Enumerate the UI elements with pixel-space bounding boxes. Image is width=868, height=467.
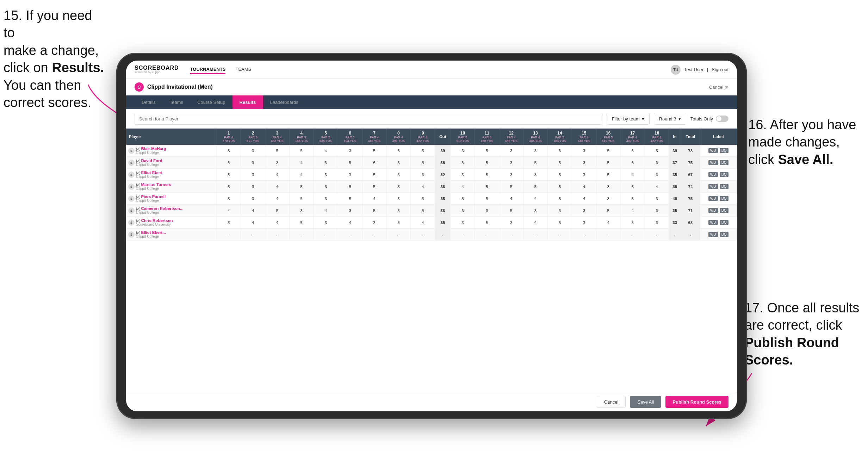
player-cell[interactable]: S (A)Chris Robertson Scoreboard Universi… — [126, 217, 217, 229]
toggle-switch[interactable] — [716, 116, 728, 122]
hole-12-score[interactable]: 3 — [499, 145, 523, 157]
wd-button[interactable]: WD — [708, 220, 718, 225]
wd-button[interactable]: WD — [708, 232, 718, 237]
hole-16-score[interactable]: 5 — [596, 157, 620, 169]
hole-18-score[interactable]: 6 — [645, 169, 669, 181]
hole-6-score[interactable]: 3 — [338, 145, 362, 157]
hole-6-score[interactable]: 5 — [338, 157, 362, 169]
hole-11-score[interactable]: 5 — [475, 181, 499, 193]
hole-17-score[interactable]: 5 — [620, 193, 645, 205]
hole-4-score[interactable]: 5 — [289, 145, 314, 157]
hole-10-score[interactable]: - — [451, 229, 475, 241]
wd-button[interactable]: WD — [708, 196, 718, 201]
hole-4-score[interactable]: 4 — [289, 157, 314, 169]
hole-14-score[interactable]: 5 — [548, 193, 572, 205]
hole-2-score[interactable]: 3 — [241, 157, 265, 169]
hole-18-score[interactable]: 3 — [645, 205, 669, 217]
hole-2-score[interactable]: - — [241, 229, 265, 241]
hole-9-score[interactable]: 5 — [411, 205, 435, 217]
hole-15-score[interactable]: 3 — [572, 205, 596, 217]
hole-14-score[interactable]: 6 — [548, 145, 572, 157]
hole-1-score[interactable]: 4 — [217, 205, 241, 217]
player-cell[interactable]: S (A)Piers Parnell Clippd College — [126, 193, 217, 205]
hole-5-score[interactable]: 4 — [314, 205, 338, 217]
hole-15-score[interactable]: 3 — [572, 145, 596, 157]
nav-teams[interactable]: TEAMS — [235, 65, 251, 74]
hole-1-score[interactable]: 6 — [217, 157, 241, 169]
wd-button[interactable]: WD — [708, 184, 718, 189]
hole-1-score[interactable]: 3 — [217, 217, 241, 229]
dq-button[interactable]: DQ — [720, 172, 728, 177]
hole-7-score[interactable]: - — [362, 229, 386, 241]
hole-5-score[interactable]: 3 — [314, 181, 338, 193]
hole-12-score[interactable]: 4 — [499, 193, 523, 205]
wd-button[interactable]: WD — [708, 148, 718, 153]
hole-18-score[interactable]: 5 — [645, 145, 669, 157]
hole-8-score[interactable]: 5 — [386, 181, 411, 193]
hole-18-score[interactable]: 4 — [645, 181, 669, 193]
hole-8-score[interactable]: 3 — [386, 193, 411, 205]
hole-14-score[interactable]: 5 — [548, 169, 572, 181]
dq-button[interactable]: DQ — [720, 232, 728, 237]
publish-round-scores-button[interactable]: Publish Round Scores — [665, 396, 728, 408]
hole-3-score[interactable]: - — [265, 229, 289, 241]
hole-18-score[interactable]: - — [645, 229, 669, 241]
hole-13-score[interactable]: 5 — [523, 181, 548, 193]
dq-button[interactable]: DQ — [720, 196, 728, 201]
tab-teams[interactable]: Teams — [163, 95, 190, 109]
hole-17-score[interactable]: 6 — [620, 145, 645, 157]
dq-button[interactable]: DQ — [720, 160, 728, 165]
hole-10-score[interactable]: 3 — [451, 169, 475, 181]
hole-12-score[interactable]: - — [499, 229, 523, 241]
filter-by-team-button[interactable]: Filter by team ▾ — [607, 113, 650, 125]
hole-5-score[interactable]: 3 — [314, 193, 338, 205]
player-cell[interactable]: S (A)David Ford Clippd College — [126, 157, 217, 169]
hole-18-score[interactable]: 3 — [645, 217, 669, 229]
hole-5-score[interactable]: - — [314, 229, 338, 241]
player-cell[interactable]: S (A)Elliot Ebert... Clippd College — [126, 229, 217, 241]
tab-details[interactable]: Details — [135, 95, 163, 109]
hole-10-score[interactable]: 3 — [451, 145, 475, 157]
hole-16-score[interactable]: 5 — [596, 145, 620, 157]
hole-11-score[interactable]: 5 — [475, 217, 499, 229]
hole-3-score[interactable]: 4 — [265, 169, 289, 181]
player-cell[interactable]: S (A)Elliot Ebert Clippd College — [126, 169, 217, 181]
hole-4-score[interactable]: - — [289, 229, 314, 241]
tab-course-setup[interactable]: Course Setup — [190, 95, 232, 109]
cancel-tournament-link[interactable]: Cancel ✕ — [709, 85, 728, 90]
hole-11-score[interactable]: 5 — [475, 169, 499, 181]
hole-16-score[interactable]: - — [596, 229, 620, 241]
hole-15-score[interactable]: - — [572, 229, 596, 241]
hole-2-score[interactable]: 4 — [241, 205, 265, 217]
hole-11-score[interactable]: 3 — [475, 205, 499, 217]
hole-9-score[interactable]: 5 — [411, 193, 435, 205]
hole-6-score[interactable]: - — [338, 229, 362, 241]
hole-14-score[interactable]: 5 — [548, 157, 572, 169]
hole-1-score[interactable]: 3 — [217, 145, 241, 157]
hole-2-score[interactable]: 3 — [241, 193, 265, 205]
dq-button[interactable]: DQ — [720, 220, 728, 225]
hole-17-score[interactable]: 3 — [620, 217, 645, 229]
hole-6-score[interactable]: 4 — [338, 217, 362, 229]
hole-13-score[interactable]: 3 — [523, 145, 548, 157]
hole-6-score[interactable]: 3 — [338, 205, 362, 217]
hole-3-score[interactable]: 5 — [265, 145, 289, 157]
hole-8-score[interactable]: 6 — [386, 145, 411, 157]
wd-button[interactable]: WD — [708, 172, 718, 177]
tab-results[interactable]: Results — [232, 95, 263, 109]
hole-13-score[interactable]: 4 — [523, 217, 548, 229]
hole-2-score[interactable]: 3 — [241, 181, 265, 193]
hole-10-score[interactable]: 5 — [451, 193, 475, 205]
hole-11-score[interactable]: 5 — [475, 157, 499, 169]
hole-14-score[interactable]: 5 — [548, 181, 572, 193]
hole-7-score[interactable]: 6 — [362, 157, 386, 169]
round-selector-button[interactable]: Round 3 ▾ — [654, 113, 686, 125]
player-cell[interactable]: S (A)Marcus Turners Clippd College — [126, 181, 217, 193]
hole-15-score[interactable]: 3 — [572, 169, 596, 181]
wd-button[interactable]: WD — [708, 160, 718, 165]
hole-4-score[interactable]: 3 — [289, 205, 314, 217]
hole-16-score[interactable]: 3 — [596, 193, 620, 205]
hole-3-score[interactable]: 3 — [265, 157, 289, 169]
hole-2-score[interactable]: 4 — [241, 217, 265, 229]
hole-12-score[interactable]: 3 — [499, 169, 523, 181]
